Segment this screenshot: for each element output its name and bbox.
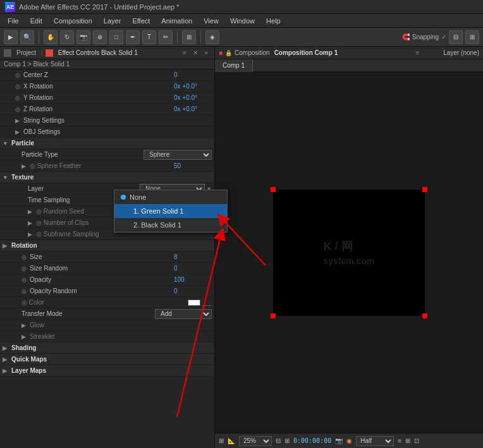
rotation-toggle[interactable]: ▶: [3, 243, 9, 249]
toolbar-text-tool[interactable]: T: [142, 30, 156, 44]
layer-maps-toggle[interactable]: ▶: [3, 368, 9, 374]
menu-help[interactable]: Help: [261, 16, 286, 26]
prop-label-opacity: Opacity: [30, 276, 174, 283]
prop-toggle-z-rotation[interactable]: ◎: [15, 106, 21, 112]
shading-toggle[interactable]: ▶: [3, 345, 9, 351]
prop-toggle-subframe[interactable]: ▶: [28, 231, 34, 238]
effect-controls-tab[interactable]: Effect Controls Black Solid 1: [56, 49, 140, 56]
comp-panel-menu[interactable]: ≡: [413, 49, 422, 58]
snapping-toggle[interactable]: ✓: [441, 33, 446, 40]
prop-value-opacity-random[interactable]: 0: [174, 288, 212, 294]
dropdown-none-label: None: [130, 193, 146, 201]
toolbar-move-tool[interactable]: ✋: [44, 30, 58, 44]
corner-indicator-br: [422, 313, 427, 318]
toolbar-arrow-tool[interactable]: ▶: [4, 30, 18, 44]
toolbar-clone-tool[interactable]: ⊞: [182, 30, 196, 44]
prop-toggle-y-rotation[interactable]: ◎: [15, 95, 21, 101]
comp-controls-icon-6[interactable]: ≡: [398, 437, 401, 444]
prop-value-center-z[interactable]: 0: [174, 71, 212, 78]
toolbar-shape-tool[interactable]: □: [109, 30, 123, 44]
prop-value-opacity[interactable]: 100: [174, 276, 212, 283]
comp-controls-camera[interactable]: 📷: [335, 437, 343, 444]
project-tab[interactable]: Project: [14, 49, 39, 56]
comp-controls-icon-4[interactable]: ⊞: [284, 437, 290, 444]
prop-toggle-glow[interactable]: ▶: [21, 322, 28, 329]
transfer-mode-select[interactable]: Add Normal Screen: [155, 309, 212, 319]
toolbar-extra-2[interactable]: ⊞: [465, 30, 479, 44]
prop-value-x-rotation[interactable]: 0x +0.0°: [174, 83, 212, 90]
prop-color: ◎ Color ___: [0, 297, 214, 308]
toolbar-rotate-tool[interactable]: ↻: [60, 30, 74, 44]
layer-panel-title: Layer (none): [443, 49, 479, 56]
dropdown-option-green-solid[interactable]: 1. Green Solid 1: [114, 204, 227, 218]
layer-dropdown-popup: None 1. Green Solid 1 2. Black Solid 1: [114, 190, 228, 233]
prop-toggle-size[interactable]: ◎: [21, 254, 28, 260]
prop-value-sphere-feather[interactable]: 50: [174, 162, 212, 169]
color-value: ___: [202, 300, 212, 306]
menu-animation[interactable]: Animation: [156, 16, 197, 26]
prop-value-size[interactable]: 8: [174, 253, 212, 260]
prop-toggle-x-rotation[interactable]: ◎: [15, 83, 21, 90]
prop-toggle-random-seed[interactable]: ▶: [28, 209, 34, 215]
prop-toggle-obj[interactable]: ▶: [15, 129, 21, 135]
toolbar-puppet-tool[interactable]: ◈: [205, 30, 219, 44]
section-shading: ▶ Shading: [0, 342, 214, 354]
menu-view[interactable]: View: [199, 16, 224, 26]
prop-toggle-sphere[interactable]: ▶: [21, 163, 28, 169]
color-swatch[interactable]: [188, 300, 200, 306]
menu-file[interactable]: File: [3, 16, 24, 26]
quick-maps-label: Quick Maps: [11, 356, 47, 363]
comp-controls-icon-7[interactable]: ⊞: [405, 437, 410, 444]
texture-toggle[interactable]: ▼: [3, 174, 9, 181]
menu-effect[interactable]: Effect: [127, 16, 155, 26]
comp-panel-icon2: 🔒: [225, 50, 232, 56]
comp-controls-icon-8[interactable]: ⊡: [414, 437, 419, 444]
comp-tab[interactable]: Comp 1: [215, 59, 253, 72]
particle-toggle[interactable]: ▼: [3, 140, 9, 147]
panel-expand-icon[interactable]: »: [202, 49, 211, 58]
prop-toggle-num-clips[interactable]: ▶: [28, 220, 34, 226]
prop-value-y-rotation[interactable]: 0x +0.0°: [174, 94, 212, 101]
prop-value-z-rotation[interactable]: 0x +0.0°: [174, 106, 212, 112]
prop-toggle-opacity-random[interactable]: ◎: [21, 288, 28, 294]
dropdown-option-none[interactable]: None: [114, 190, 227, 204]
quick-maps-toggle[interactable]: ▶: [3, 356, 9, 363]
particle-type-select[interactable]: Sphere Sprite Textured Polygon: [144, 150, 212, 160]
prop-toggle-size-random[interactable]: ◎: [21, 265, 28, 272]
prop-value-size-random[interactable]: 0: [174, 265, 212, 272]
toolbar-paint-tool[interactable]: ✏: [159, 30, 173, 44]
prop-toggle-opacity[interactable]: ◎: [21, 277, 28, 283]
prop-opacity: ◎ Opacity 100: [0, 274, 214, 286]
app-title: Adobe After Effects CC 2017 - Untitled P…: [19, 3, 180, 11]
comp-controls-icon-3[interactable]: ⊟: [276, 437, 281, 444]
comp-controls-icon-2[interactable]: 📐: [228, 437, 235, 444]
toolbar-anchor-tool[interactable]: ⊕: [93, 30, 107, 44]
quality-select[interactable]: Half Full Third Quarter: [356, 436, 394, 446]
prop-particle-type: Particle Type Sphere Sprite Textured Pol…: [0, 149, 214, 160]
none-bullet: [121, 195, 126, 200]
comp-panel-header: ■ 🔒 Composition Composition Comp 1 ≡ Lay…: [215, 47, 483, 59]
toolbar-camera-tool[interactable]: 📷: [76, 30, 90, 44]
dropdown-option-black-solid[interactable]: 2. Black Solid 1: [114, 218, 227, 232]
prop-toggle-center-z[interactable]: ◎: [15, 72, 21, 78]
comp-controls-icon-1[interactable]: ⊞: [219, 437, 224, 444]
toolbar-extra-1[interactable]: ⊟: [449, 30, 463, 44]
zoom-select[interactable]: 25% 50% 100%: [239, 436, 272, 446]
panel-menu-icon[interactable]: ≡: [180, 49, 189, 58]
prop-label-size: Size: [30, 253, 174, 260]
prop-label-y-rotation: Y Rotation: [23, 94, 174, 101]
left-panel: Project | Effect Controls Black Solid 1 …: [0, 47, 215, 448]
menu-window[interactable]: Window: [225, 16, 260, 26]
panel-close-icon[interactable]: ✕: [191, 49, 200, 58]
menu-composition[interactable]: Composition: [49, 16, 97, 26]
main-area: Project | Effect Controls Black Solid 1 …: [0, 47, 483, 448]
comp-controls-icon-5[interactable]: ◉: [346, 437, 352, 444]
shading-label: Shading: [11, 344, 36, 351]
menu-edit[interactable]: Edit: [25, 16, 47, 26]
menu-layer[interactable]: Layer: [99, 16, 126, 26]
prop-toggle-string[interactable]: ▶: [15, 118, 21, 124]
toolbar-search-tool[interactable]: 🔍: [20, 30, 34, 44]
comp-panel-header-icons: ≡: [413, 49, 422, 58]
prop-toggle-streaklet[interactable]: ▶: [21, 334, 28, 340]
toolbar-pen-tool[interactable]: ✒: [126, 30, 140, 44]
